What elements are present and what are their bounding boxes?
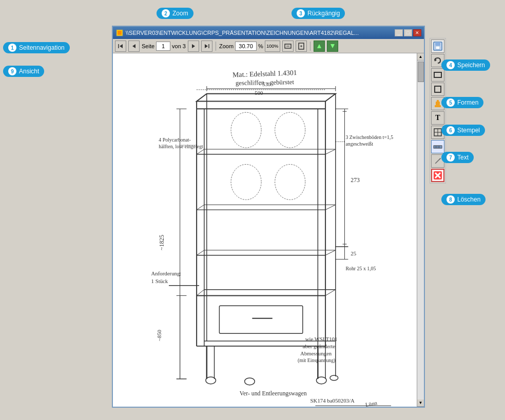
document-canvas: Mat.: Edelstahl 1.4301 geschliffen - geb… [113, 53, 417, 407]
svg-line-120 [439, 159, 440, 159]
svg-text:Rohr 25 x 1,05: Rohr 25 x 1,05 [345, 266, 376, 271]
svg-text:wie WSLT101: wie WSLT101 [305, 336, 338, 342]
zoom-unit: % [258, 43, 263, 49]
svg-rect-104 [435, 42, 440, 46]
scroll-track[interactable] [417, 61, 424, 399]
measure-button[interactable] [431, 140, 444, 153]
drawing-svg: Mat.: Edelstahl 1.4301 geschliffen - geb… [113, 53, 417, 407]
text-tooltip: 7 Text [441, 152, 474, 163]
prev-page-button[interactable] [128, 41, 140, 52]
svg-text:- 530: - 530 [259, 81, 271, 87]
zoom-tooltip-label: Zoom [172, 10, 188, 17]
svg-text:Abmessungen: Abmessungen [300, 350, 332, 356]
scroll-down-button[interactable]: ▼ [417, 399, 424, 407]
zoom-100-button[interactable]: 100% [265, 41, 280, 52]
zoom-tooltip-num: 2 [162, 9, 170, 17]
delete-button[interactable] [431, 169, 444, 182]
separator-1 [216, 42, 216, 51]
svg-text:273: 273 [351, 176, 360, 184]
svg-marker-7 [205, 44, 208, 48]
rectangle-tool-button[interactable] [431, 68, 444, 82]
svg-text:~850: ~850 [156, 330, 162, 341]
last-page-button[interactable] [201, 41, 212, 52]
svg-text:Ver- und Entleerungswagen: Ver- und Entleerungswagen [240, 390, 307, 397]
svg-marker-5 [192, 44, 195, 48]
close-button[interactable]: ✕ [413, 29, 421, 36]
delete-icon [433, 170, 443, 181]
stempel-tooltip-label: Stempel [457, 127, 480, 134]
next-page-button[interactable] [188, 41, 199, 52]
svg-marker-3 [120, 44, 123, 48]
ansicht-tooltip-num: 9 [8, 67, 16, 75]
page-total: 3 [183, 43, 186, 49]
svg-marker-14 [331, 44, 335, 48]
svg-rect-107 [434, 72, 441, 77]
page-label: Seite [142, 43, 154, 49]
ansicht-tooltip-label: Ansicht [19, 68, 39, 75]
speichern-tooltip-label: Speichern [457, 62, 485, 69]
page-input[interactable]: 1 [156, 42, 170, 51]
maximize-button[interactable]: □ [404, 29, 412, 36]
stempel-tooltip-num: 6 [446, 126, 455, 134]
svg-rect-108 [435, 86, 441, 92]
zoom-tooltip: 2 Zoom [157, 8, 193, 19]
rueckgaengig-tooltip: 3 Rückgängig [292, 8, 345, 19]
svg-marker-13 [317, 44, 321, 48]
page-navigation: Seite 1 von 3 [142, 42, 186, 51]
svg-text:25: 25 [351, 250, 356, 256]
formen-tooltip: 5 Formen [441, 97, 483, 108]
speichern-tooltip-num: 4 [446, 61, 455, 69]
ansicht-tooltip: 9 Ansicht [3, 66, 44, 77]
minimize-button[interactable]: _ [395, 29, 403, 36]
text-tooltip-label: Text [457, 154, 469, 161]
svg-text:(mit Einspannung): (mit Einspannung) [298, 357, 335, 364]
zoom-out-button[interactable] [327, 41, 338, 52]
zoom-label: Zoom [219, 43, 234, 49]
svg-text:3 Zwischenböden t=1,5: 3 Zwischenböden t=1,5 [345, 134, 393, 140]
main-window: \\SERVER03\ENTWICKLUNG\CRPS_PRÄSENTATION… [112, 26, 425, 408]
von-label: von [172, 43, 181, 49]
svg-rect-105 [436, 46, 440, 49]
svg-text:aber geänderte: aber geänderte [303, 343, 336, 349]
svg-rect-109 [435, 105, 441, 107]
svg-text:angeschweißt: angeschweißt [345, 141, 373, 147]
svg-text:1 Stück: 1 Stück [151, 278, 168, 284]
formen-tooltip-label: Formen [457, 99, 478, 106]
square-tool-button[interactable] [431, 83, 444, 96]
rueckgaengig-tooltip-num: 3 [297, 9, 305, 17]
svg-rect-115 [434, 146, 442, 148]
speichern-tooltip: 4 Speichern [441, 59, 490, 71]
zoom-section: Zoom 30.70 % 100% [219, 41, 280, 52]
save-open-button[interactable] [431, 39, 444, 53]
loeschen-tooltip-num: 8 [446, 195, 455, 204]
text-tool-button[interactable]: T [431, 111, 444, 125]
svg-text:hälften, lose eingelegt: hälften, lose eingelegt [159, 144, 203, 149]
svg-rect-111 [437, 100, 439, 102]
fit-page-button[interactable] [296, 41, 307, 52]
scroll-thumb[interactable] [418, 62, 424, 82]
square-icon [433, 85, 442, 94]
svg-rect-1 [118, 31, 122, 35]
seitennavigation-tooltip-num: 1 [8, 44, 16, 52]
formen-tooltip-num: 5 [446, 98, 455, 107]
seitennavigation-tooltip: 1 Seitennavigation [3, 42, 70, 53]
fit-width-button[interactable] [282, 41, 294, 52]
scrollbar[interactable]: ▲ ▼ [417, 53, 424, 407]
loeschen-tooltip-label: Löschen [457, 196, 480, 203]
zoom-input[interactable]: 30.70 [235, 42, 257, 51]
svg-marker-4 [132, 44, 135, 48]
first-page-button[interactable] [115, 41, 126, 52]
toolbar: Seite 1 von 3 Zoom 30.70 % 100% [113, 39, 424, 53]
zoom-in-button[interactable] [314, 41, 325, 52]
loeschen-tooltip: 8 Löschen [441, 194, 485, 205]
svg-text:Anforderung:: Anforderung: [151, 270, 182, 276]
rectangle-icon [433, 70, 442, 79]
stempel-tooltip: 6 Stempel [441, 125, 485, 136]
title-buttons: _ □ ✕ [395, 29, 421, 36]
text-tooltip-num: 7 [446, 153, 455, 162]
save-icon [433, 41, 443, 51]
scroll-up-button[interactable]: ▲ [417, 53, 424, 61]
title-bar: \\SERVER03\ENTWICKLUNG\CRPS_PRÄSENTATION… [113, 27, 424, 39]
svg-text:- 500: - 500 [251, 90, 263, 96]
measure-icon [433, 142, 442, 151]
